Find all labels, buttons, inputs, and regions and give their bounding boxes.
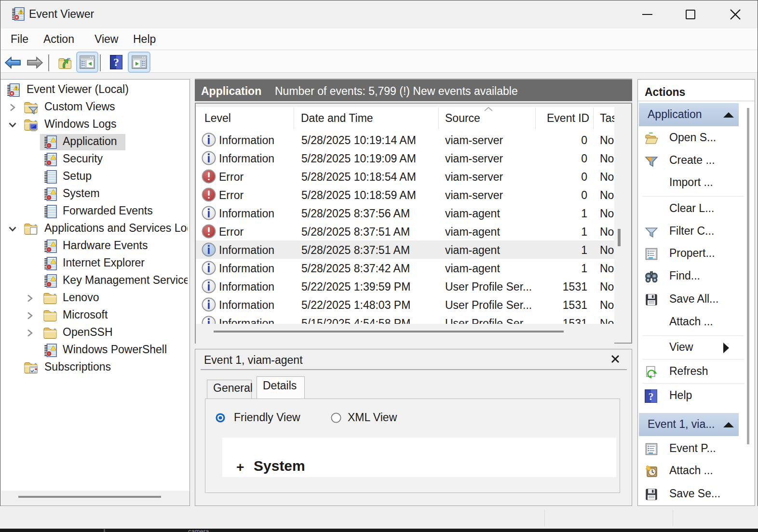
svg-text:?: ? <box>649 390 654 402</box>
svg-text:?: ? <box>113 56 119 68</box>
